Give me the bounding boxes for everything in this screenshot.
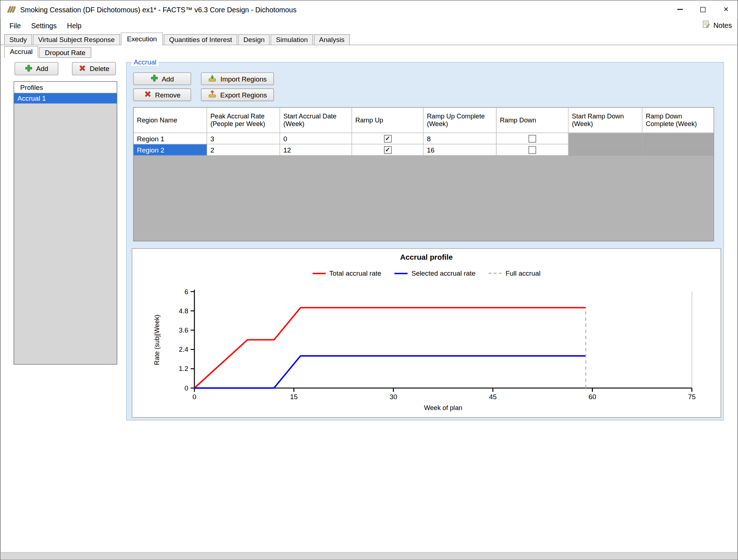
menu-help[interactable]: Help (62, 19, 87, 32)
tab-virtual-subject-response[interactable]: Virtual Subject Response (33, 34, 120, 45)
checkbox-ramp-down[interactable] (528, 146, 536, 154)
column-header-region-name[interactable]: Region Name (134, 108, 207, 133)
column-header-ramp-up[interactable]: Ramp Up (352, 108, 423, 133)
y-tick-label: 6 (184, 288, 188, 296)
checkbox-ramp-up[interactable]: ✓ (352, 145, 423, 156)
x-axis-label: Week of plan (424, 404, 463, 411)
legend-sample-selected-accrual-rate (394, 272, 407, 274)
cell-start-ramp-down (569, 145, 643, 156)
tab-analysis[interactable]: Analysis (314, 34, 350, 45)
tab-simulation[interactable]: Simulation (271, 34, 313, 45)
profile-add-label: Add (36, 65, 48, 72)
profiles-list-items: Accrual 1 (14, 93, 117, 104)
x-tick-label: 0 (192, 393, 196, 401)
maximize-button[interactable] (691, 0, 714, 18)
delete-icon (78, 64, 86, 73)
add-icon (150, 74, 158, 83)
checkbox-ramp-down[interactable] (497, 133, 569, 144)
tab-execution[interactable]: Execution (121, 33, 163, 45)
profiles-list-header: Profiles (14, 82, 117, 93)
legend-sample-full-accrual (489, 273, 502, 274)
cell-region-name[interactable]: Region 2 (134, 145, 207, 156)
close-icon: ✕ (723, 6, 729, 13)
screen: Smoking Cessation (DF Dichotomous) ex1* … (0, 0, 738, 560)
cell-peak-accrual-rate[interactable]: 2 (207, 145, 280, 156)
y-tick-label: 0 (184, 384, 188, 392)
column-header-ramp-down[interactable]: Ramp Down (497, 108, 569, 133)
table-header-row: Region NamePeak Accrual Rate (People per… (134, 108, 714, 133)
cell-region-name[interactable]: Region 1 (134, 133, 207, 144)
checkbox-ramp-up[interactable]: ✓ (384, 135, 391, 142)
import-regions-button[interactable]: Import Regions (201, 72, 274, 85)
table-row-region-2: Region 2212✓16 (134, 145, 714, 156)
table-empty-area (134, 156, 714, 241)
subtab-accrual[interactable]: Accrual (4, 46, 38, 58)
add-icon (25, 64, 32, 73)
export-regions-label: Export Regions (220, 91, 267, 99)
checkbox-ramp-down[interactable] (497, 145, 569, 156)
chart-title: Accrual profile (132, 253, 721, 262)
column-header-ramp-down-complete-week[interactable]: Ramp Down Complete (Week) (642, 108, 713, 133)
cell-ramp-down-complete (642, 133, 713, 144)
cell-peak-accrual-rate[interactable]: 3 (207, 133, 280, 144)
subtab-dropout-rate[interactable]: Dropout Rate (39, 47, 91, 58)
maximize-icon (700, 7, 705, 12)
export-icon (208, 90, 216, 99)
checkbox-ramp-up[interactable]: ✓ (384, 146, 391, 154)
titlebar: Smoking Cessation (DF Dichotomous) ex1* … (0, 0, 737, 18)
x-tick-label: 30 (390, 393, 397, 401)
export-regions-button[interactable]: Export Regions (201, 88, 274, 101)
accrual-groupbox: Add Import Regions Remove (126, 62, 724, 420)
cell-start-ramp-down (569, 133, 643, 144)
close-button[interactable]: ✕ (714, 0, 738, 18)
cell-ramp-down-complete (642, 145, 713, 156)
column-header-start-accrual-date-week[interactable]: Start Accrual Date (Week) (280, 108, 352, 133)
column-header-start-ramp-down-week[interactable]: Start Ramp Down (Week) (569, 108, 643, 133)
profiles-list: Profiles Accrual 1 (14, 82, 117, 365)
y-tick-label: 1.2 (179, 365, 188, 372)
x-tick-label: 60 (589, 393, 596, 401)
remove-icon (144, 90, 152, 99)
profile-delete-label: Delete (90, 65, 109, 72)
y-tick-label: 2.4 (179, 346, 188, 353)
column-header-ramp-up-complete-week[interactable]: Ramp Up Complete (Week) (424, 108, 497, 133)
tab-quantities-of-interest[interactable]: Quantities of Interest (164, 34, 237, 45)
region-add-label: Add (162, 75, 174, 83)
sub-tab-strip: AccrualDropout Rate (4, 46, 92, 58)
accrual-profile-chart: Accrual profile Total accrual rateSelect… (132, 248, 721, 418)
main-tab-strip: StudyVirtual Subject ResponseExecutionQu… (0, 34, 738, 45)
y-axis-label: Rate (subj|Week) (153, 314, 161, 365)
tab-design[interactable]: Design (238, 34, 270, 45)
y-tick-label: 4.8 (179, 307, 188, 315)
minimize-button[interactable] (668, 0, 692, 18)
region-remove-button[interactable]: Remove (133, 88, 191, 101)
cell-start-accrual-date[interactable]: 12 (280, 145, 352, 156)
profile-delete-button[interactable]: Delete (72, 62, 116, 75)
cell-ramp-up-complete[interactable]: 16 (424, 145, 497, 156)
profile-item-accrual-1[interactable]: Accrual 1 (14, 93, 117, 104)
tab-study[interactable]: Study (4, 34, 32, 45)
menu-file[interactable]: File (4, 19, 26, 32)
checkbox-ramp-up[interactable]: ✓ (352, 133, 423, 144)
column-header-peak-accrual-rate-people-per-week[interactable]: Peak Accrual Rate (People per Week) (207, 108, 280, 133)
notes-icon (702, 20, 710, 30)
import-regions-label: Import Regions (220, 75, 267, 83)
chart-plot: 01.22.43.64.8601530456075Week of planRat… (132, 280, 721, 417)
notes-button[interactable]: Notes (702, 20, 732, 30)
window-controls: ✕ (668, 0, 738, 18)
profile-add-button[interactable]: Add (14, 62, 58, 75)
app-icon (6, 5, 16, 14)
legend-sample-total-accrual-rate (312, 272, 326, 274)
menu-bar: FileSettingsHelp (0, 18, 737, 33)
legend-item-total-accrual-rate: Total accrual rate (312, 269, 381, 277)
cell-ramp-up-complete[interactable]: 8 (424, 133, 497, 144)
region-add-button[interactable]: Add (133, 72, 191, 85)
x-tick-label: 75 (688, 393, 696, 401)
cell-start-accrual-date[interactable]: 0 (280, 133, 352, 144)
regions-table: Region NamePeak Accrual Rate (People per… (133, 107, 714, 241)
checkbox-ramp-down[interactable] (528, 135, 536, 142)
legend-item-selected-accrual-rate: Selected accrual rate (394, 269, 476, 277)
menu-settings[interactable]: Settings (26, 19, 62, 32)
app-window: Smoking Cessation (DF Dichotomous) ex1* … (0, 0, 738, 560)
table-row-region-1: Region 130✓8 (134, 133, 714, 144)
